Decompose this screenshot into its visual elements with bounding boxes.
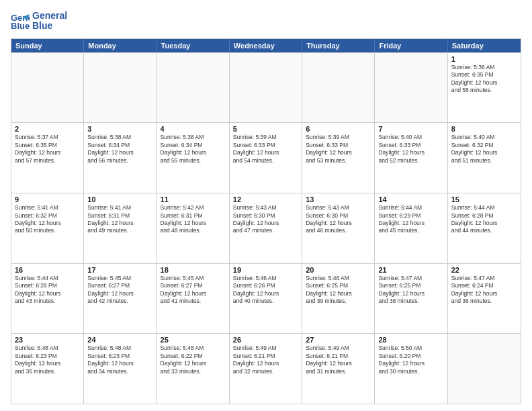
cell-info: Sunrise: 5:39 AM Sunset: 6:33 PM Dayligh…: [306, 134, 371, 165]
cell-info: Sunrise: 5:42 AM Sunset: 6:31 PM Dayligh…: [161, 204, 226, 235]
calendar-cell: 20Sunrise: 5:46 AM Sunset: 6:25 PM Dayli…: [302, 264, 375, 334]
day-number: 8: [451, 125, 517, 133]
calendar-cell: 7Sunrise: 5:40 AM Sunset: 6:33 PM Daylig…: [375, 123, 447, 193]
cell-info: Sunrise: 5:41 AM Sunset: 6:32 PM Dayligh…: [15, 204, 80, 235]
calendar-cell: [230, 53, 302, 123]
calendar-cell: [375, 53, 447, 123]
day-number: 9: [15, 195, 80, 203]
page: General Blue General Blue SundayMondayTu…: [0, 0, 532, 411]
calendar-cell: 12Sunrise: 5:43 AM Sunset: 6:30 PM Dayli…: [230, 193, 302, 263]
cell-info: Sunrise: 5:44 AM Sunset: 6:28 PM Dayligh…: [15, 275, 80, 306]
cell-info: Sunrise: 5:44 AM Sunset: 6:29 PM Dayligh…: [378, 204, 443, 235]
calendar-cell: 1Sunrise: 5:36 AM Sunset: 6:35 PM Daylig…: [448, 53, 521, 123]
day-number: 25: [161, 336, 226, 344]
calendar-header: SundayMondayTuesdayWednesdayThursdayFrid…: [11, 39, 521, 52]
cell-info: Sunrise: 5:39 AM Sunset: 6:33 PM Dayligh…: [233, 134, 298, 165]
day-number: 5: [233, 125, 298, 133]
calendar-cell: 10Sunrise: 5:41 AM Sunset: 6:31 PM Dayli…: [84, 193, 157, 263]
calendar-cell: 24Sunrise: 5:48 AM Sunset: 6:23 PM Dayli…: [84, 334, 157, 404]
calendar-cell: 18Sunrise: 5:45 AM Sunset: 6:27 PM Dayli…: [157, 264, 230, 334]
day-number: 1: [451, 55, 517, 63]
cell-info: Sunrise: 5:49 AM Sunset: 6:21 PM Dayligh…: [233, 345, 298, 375]
day-number: 27: [306, 336, 371, 344]
cell-info: Sunrise: 5:44 AM Sunset: 6:28 PM Dayligh…: [451, 204, 517, 235]
day-number: 2: [15, 125, 80, 133]
cell-info: Sunrise: 5:37 AM Sunset: 6:35 PM Dayligh…: [15, 134, 80, 165]
day-number: 21: [378, 266, 443, 274]
day-number: 3: [87, 125, 152, 133]
calendar-row-4: 16Sunrise: 5:44 AM Sunset: 6:28 PM Dayli…: [11, 263, 521, 334]
calendar-cell: 13Sunrise: 5:43 AM Sunset: 6:30 PM Dayli…: [302, 193, 375, 263]
day-number: 14: [378, 195, 443, 203]
cell-info: Sunrise: 5:43 AM Sunset: 6:30 PM Dayligh…: [233, 204, 298, 235]
logo-icon: General Blue: [11, 11, 30, 30]
day-number: 24: [87, 336, 152, 344]
calendar-cell: 28Sunrise: 5:50 AM Sunset: 6:20 PM Dayli…: [375, 334, 447, 404]
cell-info: Sunrise: 5:40 AM Sunset: 6:33 PM Dayligh…: [378, 134, 443, 165]
day-number: 19: [233, 266, 298, 274]
calendar: SundayMondayTuesdayWednesdayThursdayFrid…: [11, 38, 521, 404]
calendar-cell: 14Sunrise: 5:44 AM Sunset: 6:29 PM Dayli…: [375, 193, 447, 263]
calendar-cell: [302, 53, 375, 123]
header-day-sunday: Sunday: [11, 39, 84, 52]
day-number: 18: [161, 266, 226, 274]
logo: General Blue General Blue: [11, 11, 67, 32]
calendar-row-1: 1Sunrise: 5:36 AM Sunset: 6:35 PM Daylig…: [11, 52, 521, 123]
calendar-cell: 8Sunrise: 5:40 AM Sunset: 6:32 PM Daylig…: [448, 123, 521, 193]
cell-info: Sunrise: 5:48 AM Sunset: 6:23 PM Dayligh…: [15, 345, 80, 375]
calendar-cell: 23Sunrise: 5:48 AM Sunset: 6:23 PM Dayli…: [11, 334, 84, 404]
header-day-thursday: Thursday: [302, 39, 375, 52]
calendar-cell: [448, 334, 521, 404]
cell-info: Sunrise: 5:43 AM Sunset: 6:30 PM Dayligh…: [306, 204, 371, 235]
cell-info: Sunrise: 5:36 AM Sunset: 6:35 PM Dayligh…: [451, 64, 517, 95]
header-day-tuesday: Tuesday: [157, 39, 230, 52]
header-day-friday: Friday: [375, 39, 447, 52]
day-number: 28: [378, 336, 443, 344]
cell-info: Sunrise: 5:41 AM Sunset: 6:31 PM Dayligh…: [87, 204, 152, 235]
calendar-cell: 19Sunrise: 5:46 AM Sunset: 6:26 PM Dayli…: [230, 264, 302, 334]
day-number: 22: [451, 266, 517, 274]
calendar-cell: 17Sunrise: 5:45 AM Sunset: 6:27 PM Dayli…: [84, 264, 157, 334]
calendar-cell: 3Sunrise: 5:38 AM Sunset: 6:34 PM Daylig…: [84, 123, 157, 193]
cell-info: Sunrise: 5:47 AM Sunset: 6:25 PM Dayligh…: [378, 275, 443, 306]
calendar-cell: 9Sunrise: 5:41 AM Sunset: 6:32 PM Daylig…: [11, 193, 84, 263]
day-number: 4: [161, 125, 226, 133]
calendar-cell: 16Sunrise: 5:44 AM Sunset: 6:28 PM Dayli…: [11, 264, 84, 334]
header: General Blue General Blue: [11, 11, 521, 32]
day-number: 23: [15, 336, 80, 344]
calendar-row-2: 2Sunrise: 5:37 AM Sunset: 6:35 PM Daylig…: [11, 122, 521, 193]
calendar-cell: 21Sunrise: 5:47 AM Sunset: 6:25 PM Dayli…: [375, 264, 447, 334]
header-day-wednesday: Wednesday: [230, 39, 302, 52]
calendar-cell: [11, 53, 84, 123]
day-number: 17: [87, 266, 152, 274]
day-number: 15: [451, 195, 517, 203]
calendar-body: 1Sunrise: 5:36 AM Sunset: 6:35 PM Daylig…: [11, 52, 521, 404]
day-number: 13: [306, 195, 371, 203]
cell-info: Sunrise: 5:46 AM Sunset: 6:26 PM Dayligh…: [233, 275, 298, 306]
day-number: 7: [378, 125, 443, 133]
calendar-cell: 4Sunrise: 5:38 AM Sunset: 6:34 PM Daylig…: [157, 123, 230, 193]
calendar-cell: 11Sunrise: 5:42 AM Sunset: 6:31 PM Dayli…: [157, 193, 230, 263]
cell-info: Sunrise: 5:50 AM Sunset: 6:20 PM Dayligh…: [378, 345, 443, 375]
calendar-cell: 15Sunrise: 5:44 AM Sunset: 6:28 PM Dayli…: [448, 193, 521, 263]
header-day-saturday: Saturday: [448, 39, 521, 52]
day-number: 12: [233, 195, 298, 203]
calendar-cell: [157, 53, 230, 123]
calendar-cell: 26Sunrise: 5:49 AM Sunset: 6:21 PM Dayli…: [230, 334, 302, 404]
header-day-monday: Monday: [84, 39, 157, 52]
cell-info: Sunrise: 5:48 AM Sunset: 6:22 PM Dayligh…: [161, 345, 226, 375]
cell-info: Sunrise: 5:40 AM Sunset: 6:32 PM Dayligh…: [451, 134, 517, 165]
logo-text: General Blue: [32, 11, 67, 32]
calendar-cell: 22Sunrise: 5:47 AM Sunset: 6:24 PM Dayli…: [448, 264, 521, 334]
day-number: 10: [87, 195, 152, 203]
day-number: 11: [161, 195, 226, 203]
cell-info: Sunrise: 5:38 AM Sunset: 6:34 PM Dayligh…: [87, 134, 152, 165]
calendar-cell: [84, 53, 157, 123]
day-number: 20: [306, 266, 371, 274]
svg-text:Blue: Blue: [11, 21, 30, 30]
cell-info: Sunrise: 5:48 AM Sunset: 6:23 PM Dayligh…: [87, 345, 152, 375]
calendar-row-3: 9Sunrise: 5:41 AM Sunset: 6:32 PM Daylig…: [11, 193, 521, 263]
cell-info: Sunrise: 5:45 AM Sunset: 6:27 PM Dayligh…: [87, 275, 152, 306]
cell-info: Sunrise: 5:46 AM Sunset: 6:25 PM Dayligh…: [306, 275, 371, 306]
calendar-row-5: 23Sunrise: 5:48 AM Sunset: 6:23 PM Dayli…: [11, 333, 521, 404]
